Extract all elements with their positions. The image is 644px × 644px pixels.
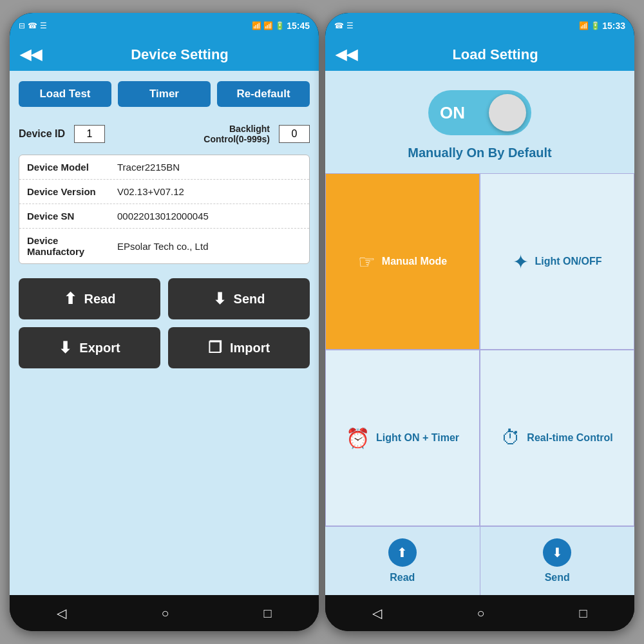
header-1: ◀◀ Device Setting	[10, 39, 319, 71]
status-icons-left-2: ☎ ☰	[334, 21, 354, 30]
read-bottom-button[interactable]: ⬆ Read	[325, 527, 480, 595]
back-nav-icon-2[interactable]: ◁	[372, 605, 382, 621]
toggle-switch[interactable]: ON	[428, 90, 531, 135]
read-bottom-label: Read	[390, 572, 415, 583]
nav-bar-1: ◁ ○ □	[10, 595, 319, 631]
wifi-icon-1: 📶	[252, 21, 261, 30]
device-id-row: Device ID BacklightControl(0-999s)	[10, 117, 319, 151]
read-icon: ⬆	[64, 290, 77, 308]
back-button-1[interactable]: ◀◀	[20, 46, 42, 63]
device-model-key: Device Model	[27, 162, 117, 173]
page-title-1: Device Setting	[51, 46, 308, 63]
device-id-label: Device ID	[19, 128, 65, 140]
action-buttons-1: ⬆ Read ⬇ Send ⬇ Export ❐ Import	[10, 268, 319, 379]
page-title-2: Load Setting	[366, 46, 624, 63]
nav-bar-2: ◁ ○ □	[325, 595, 634, 631]
mode-light-timer[interactable]: ⏰ Light ON + Timer	[325, 350, 480, 526]
export-label: Export	[79, 341, 120, 355]
hand-icon: ☞	[358, 251, 375, 273]
wechat-icon: ☎	[334, 21, 344, 30]
phone-1: ⊟ ☎ ☰ 📶 📶 🔋 15:45 ◀◀ Device Setting Load…	[10, 13, 319, 631]
phone1-content: Load Test Timer Re-default Device ID Bac…	[10, 71, 319, 595]
manually-label: Manually On By Default	[408, 146, 551, 160]
send-bottom-button[interactable]: ⬇ Send	[480, 527, 635, 595]
read-label: Read	[84, 292, 116, 307]
table-row: Device Manufactory EPsolar Tech co., Ltd	[19, 229, 309, 263]
send-icon: ⬇	[213, 290, 226, 308]
status-bar-2: ☎ ☰ 📶 🔋 15:33	[325, 13, 634, 39]
header-2: ◀◀ Load Setting	[325, 39, 634, 71]
battery-icon-1: 🔋	[275, 21, 285, 30]
table-row: Device SN 00022013012000045	[19, 204, 309, 229]
phones-container: ⊟ ☎ ☰ 📶 📶 🔋 15:45 ◀◀ Device Setting Load…	[0, 0, 644, 644]
tab-timer[interactable]: Timer	[118, 81, 211, 107]
mode-realtime[interactable]: ⏱ Real-time Control	[480, 350, 634, 526]
status-right-1: 📶 📶 🔋 15:45	[252, 21, 310, 31]
read-bottom-icon: ⬆	[388, 538, 417, 567]
bottom-actions-2: ⬆ Read ⬇ Send	[325, 526, 634, 595]
device-version-key: Device Version	[27, 186, 117, 197]
device-manufactory-val: EPsolar Tech co., Ltd	[117, 241, 208, 252]
status-icons-left-1: ⊟ ☎ ☰	[19, 21, 47, 30]
clock-sun-icon: ⏰	[346, 427, 370, 450]
import-icon: ❐	[208, 339, 222, 357]
device-manufactory-key: Device Manufactory	[27, 235, 117, 257]
export-icon: ⬇	[59, 339, 71, 357]
sun-icon: ✦	[513, 251, 529, 273]
toggle-knob	[489, 94, 526, 131]
time-1: 15:45	[287, 21, 310, 31]
wifi-status-icon: ☰	[346, 21, 354, 30]
table-row: Device Model Tracer2215BN	[19, 155, 309, 180]
tab-re-default[interactable]: Re-default	[217, 81, 310, 107]
toggle-section: ON Manually On By Default	[325, 71, 634, 173]
export-button[interactable]: ⬇ Export	[19, 327, 160, 368]
phone-2: ☎ ☰ 📶 🔋 15:33 ◀◀ Load Setting ON Manuall…	[325, 13, 634, 631]
tab-load-test[interactable]: Load Test	[19, 81, 111, 107]
send-label: Send	[234, 292, 265, 307]
import-button[interactable]: ❐ Import	[168, 327, 310, 368]
battery-icon-2: 🔋	[591, 21, 600, 30]
backlight-label: BacklightControl(0-999s)	[114, 124, 270, 144]
mode-light-onoff[interactable]: ✦ Light ON/OFF	[480, 173, 634, 350]
light-onoff-label: Light ON/OFF	[535, 256, 602, 267]
send-bottom-label: Send	[545, 572, 570, 583]
device-info-table: Device Model Tracer2215BN Device Version…	[19, 155, 310, 264]
time-2: 15:33	[602, 21, 625, 31]
light-timer-label: Light ON + Timer	[376, 432, 459, 444]
home-nav-icon-1[interactable]: ○	[161, 606, 169, 621]
device-version-val: V02.13+V07.12	[117, 186, 184, 197]
phone-icon-1: ☎	[28, 21, 37, 30]
device-sn-val: 00022013012000045	[117, 211, 209, 222]
mode-manual[interactable]: ☞ Manual Mode	[325, 173, 480, 350]
device-model-val: Tracer2215BN	[117, 162, 180, 173]
toggle-on-label: ON	[440, 103, 465, 123]
timer-icon: ⏱	[501, 427, 520, 449]
device-sn-key: Device SN	[27, 211, 117, 222]
back-nav-icon-1[interactable]: ◁	[57, 605, 66, 621]
notification-icon-1: ⊟	[19, 21, 25, 30]
realtime-label: Real-time Control	[527, 432, 612, 444]
import-label: Import	[230, 341, 270, 355]
recent-nav-icon-2[interactable]: □	[579, 606, 587, 621]
table-row: Device Version V02.13+V07.12	[19, 180, 309, 204]
status-right-2: 📶 🔋 15:33	[579, 21, 625, 31]
device-id-input[interactable]	[74, 125, 105, 143]
send-button[interactable]: ⬇ Send	[168, 278, 310, 319]
signal-icon-1: 📶	[263, 21, 273, 30]
read-button[interactable]: ⬆ Read	[19, 278, 160, 319]
backlight-input[interactable]	[279, 125, 310, 143]
load-setting-content: ON Manually On By Default ☞ Manual Mode …	[325, 71, 634, 595]
signal-icon-2: 📶	[579, 21, 589, 30]
back-button-2[interactable]: ◀◀	[336, 46, 357, 63]
status-bar-1: ⊟ ☎ ☰ 📶 📶 🔋 15:45	[10, 13, 319, 39]
mode-grid: ☞ Manual Mode ✦ Light ON/OFF ⏰ Light ON …	[325, 173, 634, 526]
send-bottom-icon: ⬇	[543, 538, 571, 567]
home-nav-icon-2[interactable]: ○	[477, 606, 484, 621]
recent-nav-icon-1[interactable]: □	[263, 606, 271, 621]
menu-icon-1: ☰	[40, 21, 47, 30]
tab-buttons-1: Load Test Timer Re-default	[10, 71, 319, 117]
manual-mode-label: Manual Mode	[382, 256, 447, 267]
